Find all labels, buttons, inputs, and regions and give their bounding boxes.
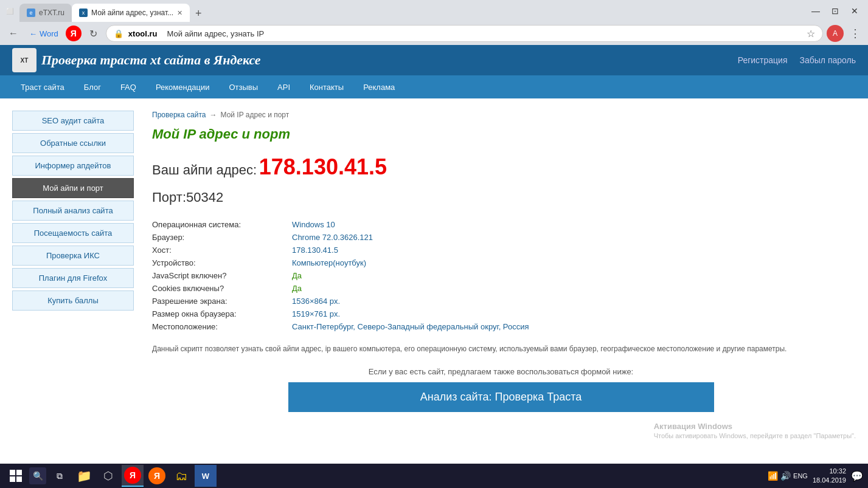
tab-close-icon[interactable]: ✕	[177, 9, 182, 17]
sidebar-item-traffic[interactable]: Посещаемость сайта	[12, 223, 134, 243]
site-header: XT Проверка траста xt сайта в Яндексе Ре…	[0, 45, 868, 75]
analyze-button[interactable]: Анализ сайта: Проверка Траста	[288, 382, 714, 412]
main-content: SEO аудит сайта Обратные ссылки Информер…	[0, 98, 868, 463]
info-label-device: Устройство:	[152, 258, 292, 267]
breadcrumb-current: Мой IP адрес и порт	[221, 111, 290, 119]
maximize-button[interactable]: ⊡	[827, 2, 844, 19]
lock-icon: 🔒	[114, 29, 123, 38]
port-block: Порт:50342	[152, 190, 850, 205]
yandex-label: Я	[71, 29, 77, 38]
url-domain: xtool.ru	[128, 29, 158, 38]
info-table: Операционная система: Windows 10 Браузер…	[152, 220, 850, 331]
info-value-browser: Chrome 72.0.3626.121	[292, 233, 373, 242]
info-label-location: Местоположение:	[152, 322, 292, 331]
info-row-js: JavaScript включен? Да	[152, 271, 850, 280]
window-controls-left: ⬜	[5, 6, 15, 16]
info-value-location: Санкт-Петербург, Северо-Западный федерал…	[292, 322, 529, 331]
content-area: Проверка сайта → Мой IP адрес и порт Мой…	[146, 111, 856, 451]
menu-button[interactable]: ⋮	[847, 27, 863, 40]
port-label: Порт:	[152, 190, 186, 205]
sidebar-item-full-analysis[interactable]: Полный анализ сайта	[12, 201, 134, 221]
website-content: XT Проверка траста xt сайта в Яндексе Ре…	[0, 45, 868, 463]
address-bar: ← ← Word Я ↻ 🔒 xtool.ru Мой айпи адрес, …	[0, 22, 868, 45]
sidebar-item-seo[interactable]: SEO аудит сайта	[12, 111, 134, 131]
tab-xtool-favicon: x	[79, 9, 88, 17]
title-bar: ⬜ e eTXT.ru x Мой айпи адрес, узнат... ✕…	[0, 0, 868, 22]
nav-item-api[interactable]: API	[269, 78, 299, 97]
info-value-cookies: Да	[292, 284, 302, 293]
browser-tabs: e eTXT.ru x Мой айпи адрес, узнат... ✕ +	[19, 0, 807, 22]
tab-etxt[interactable]: e eTXT.ru	[19, 4, 72, 22]
site-logo: XT Проверка траста xt сайта в Яндексе	[12, 48, 261, 72]
nav-item-blog[interactable]: Блог	[75, 78, 109, 97]
tab-xtool-label: Мой айпи адрес, узнат...	[91, 9, 173, 17]
bookmark-icon[interactable]: ☆	[807, 28, 815, 40]
sidebar-item-informer[interactable]: Информер апдейтов	[12, 156, 134, 176]
info-value-host: 178.130.41.5	[292, 246, 338, 255]
nav-item-rec[interactable]: Рекомендации	[147, 78, 218, 97]
info-row-resolution: Разрешение экрана: 1536×864 px.	[152, 297, 850, 306]
register-link[interactable]: Регистрация	[738, 55, 788, 65]
forgot-password-link[interactable]: Забыл пароль	[800, 55, 856, 65]
info-label-host: Хост:	[152, 246, 292, 255]
info-row-location: Местоположение: Санкт-Петербург, Северо-…	[152, 322, 850, 331]
info-value-device: Компьютер(ноутбук)	[292, 258, 366, 267]
windows-activation-title: Активация Windows	[654, 422, 856, 431]
info-row-window: Размер окна браузера: 1519×761 px.	[152, 309, 850, 318]
close-button[interactable]: ✕	[846, 2, 863, 19]
ip-label: Ваш айпи адрес:	[152, 162, 257, 177]
back-button[interactable]: ←	[5, 25, 22, 42]
sidebar-item-myip[interactable]: Мой айпи и порт	[12, 178, 134, 198]
info-label-cookies: Cookies включены?	[152, 284, 292, 293]
sidebar-item-backlinks[interactable]: Обратные ссылки	[12, 133, 134, 153]
new-tab-button[interactable]: +	[190, 5, 207, 22]
url-bar[interactable]: 🔒 xtool.ru Мой айпи адрес, узнать IP ☆	[106, 25, 823, 42]
sidebar-item-iks[interactable]: Проверка ИКС	[12, 246, 134, 266]
port-value: 50342	[186, 190, 223, 205]
windows-activation: Активация Windows Чтобы активировать Win…	[654, 422, 856, 439]
nav-item-reviews[interactable]: Отзывы	[220, 78, 266, 97]
nav-item-faq[interactable]: FAQ	[112, 78, 145, 97]
logo-image: XT	[12, 48, 36, 72]
square-icon[interactable]: ⬜	[5, 6, 15, 16]
word-label: Word	[40, 29, 58, 38]
tab-xtool[interactable]: x Мой айпи адрес, узнат... ✕	[72, 4, 190, 22]
sidebar-item-firefox[interactable]: Плагин для Firefox	[12, 268, 134, 288]
info-label-window: Размер окна браузера:	[152, 309, 292, 318]
info-row-device: Устройство: Компьютер(ноутбук)	[152, 258, 850, 267]
windows-activation-text: Чтобы активировать Windows, перейдите в …	[654, 432, 856, 439]
info-value-js: Да	[292, 271, 302, 280]
refresh-button[interactable]: ↻	[85, 25, 102, 42]
profile-button[interactable]: A	[827, 25, 844, 42]
info-label-resolution: Разрешение экрана:	[152, 297, 292, 306]
nav-menu: Траст сайта Блог FAQ Рекомендации Отзывы…	[0, 75, 868, 98]
info-value-resolution: 1536×864 px.	[292, 297, 340, 306]
profile-label: A	[833, 29, 838, 38]
info-value-os: Windows 10	[292, 220, 335, 229]
breadcrumb: Проверка сайта → Мой IP адрес и порт	[152, 111, 850, 119]
breadcrumb-parent[interactable]: Проверка сайта	[152, 111, 206, 119]
url-path-text: Мой айпи адрес, узнать IP	[167, 29, 265, 38]
tab-etxt-label: eTXT.ru	[39, 9, 64, 17]
window-controls-right: — ⊡ ✕	[807, 2, 863, 19]
info-value-window: 1519×761 px.	[292, 309, 340, 318]
nav-item-trast[interactable]: Траст сайта	[12, 78, 73, 97]
info-label-browser: Браузер:	[152, 233, 292, 242]
info-row-host: Хост: 178.130.41.5	[152, 246, 850, 255]
ip-value: 178.130.41.5	[259, 154, 387, 179]
info-row-cookies: Cookies включены? Да	[152, 284, 850, 293]
yandex-button[interactable]: Я	[66, 26, 82, 41]
form-intro-text: Если у вас есть сайт, предлагаем также в…	[152, 367, 850, 376]
sidebar: SEO аудит сайта Обратные ссылки Информер…	[12, 111, 134, 451]
info-row-browser: Браузер: Chrome 72.0.3626.121	[152, 233, 850, 242]
word-button[interactable]: ← Word	[26, 29, 62, 38]
minimize-button[interactable]: —	[807, 2, 824, 19]
browser-window: ⬜ e eTXT.ru x Мой айпи адрес, узнат... ✕…	[0, 0, 868, 463]
nav-item-ads[interactable]: Реклама	[355, 78, 403, 97]
info-label-os: Операционная система:	[152, 220, 292, 229]
description-text: Данный скрипт позволяет узнать свой айпи…	[152, 343, 850, 355]
word-icon: ←	[29, 29, 37, 38]
nav-item-contacts[interactable]: Контакты	[301, 78, 352, 97]
sidebar-item-buy[interactable]: Купить баллы	[12, 290, 134, 311]
back-icon: ←	[9, 28, 18, 39]
